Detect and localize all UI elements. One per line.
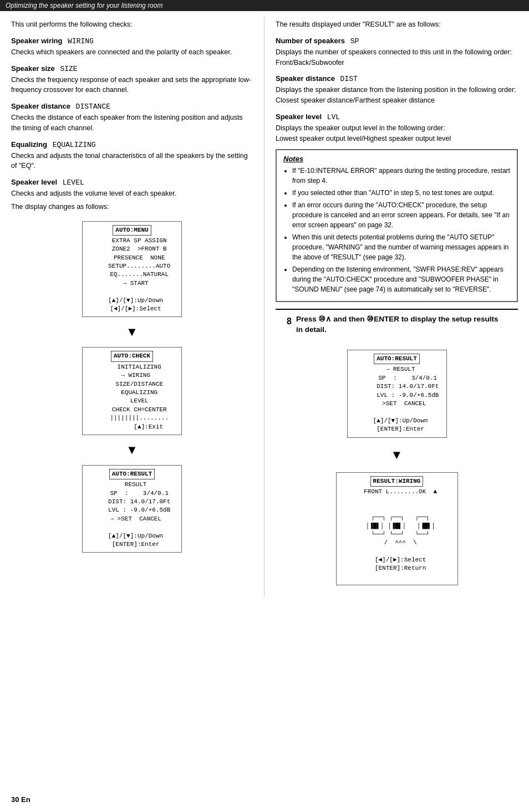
page-container: Optimizing the speaker setting for your … [0, 0, 529, 812]
step8-auto-result-lines: → RESULT SP : 3/4/0.1 DIST: 14.0/17.0Ft … [355, 366, 439, 432]
speaker-wiring-mono: WIRING [68, 37, 94, 45]
step-8-text: Press ⑩∧ and then ⑩ENTER to display the … [296, 315, 499, 334]
speaker-level-label: Speaker level [11, 178, 57, 186]
auto-menu-label: AUTO:MENU [113, 225, 151, 236]
step8-auto-result-wrapper: AUTO:RESULT → RESULT SP : 3/4/0.1 DIST: … [347, 345, 447, 442]
equalizing-mono: EQUALIZING [53, 141, 96, 149]
arrow-3: ▼ [391, 449, 403, 461]
speaker-size-label: Speaker size [11, 64, 55, 73]
note-item-4: When this unit detects potential problem… [292, 232, 510, 262]
note-item-1: If "E-10:INTERNAL ERROR" appears during … [292, 166, 510, 186]
step8-result-wiring-lines: FRONT L........OK ▲ ┌──┐ ┌──┐ ┌──┐ │▐█▌│… [357, 488, 437, 572]
content-area: This unit performs the following checks:… [0, 11, 529, 602]
step8-result-wiring-label: RESULT:WIRING [370, 476, 424, 487]
auto-result-label: AUTO:RESULT [109, 469, 155, 479]
auto-menu-lines: EXTRA SP ASSIGN ZONE2 >FRONT B PRESENCE … [94, 237, 171, 312]
right-column: The results displayed under "RESULT" are… [264, 17, 529, 597]
step8-auto-result-display: AUTO:RESULT → RESULT SP : 3/4/0.1 DIST: … [347, 350, 447, 438]
step-8-number: 8 [287, 315, 292, 328]
left-column: This unit performs the following checks:… [0, 17, 264, 597]
speaker-level-mono: LEVEL [63, 178, 84, 187]
header-text: Optimizing the speaker setting for your … [6, 2, 162, 9]
note-item-5: Depending on the listening environment, … [292, 264, 510, 294]
step8-result-wiring-display: RESULT:WIRING FRONT L........OK ▲ ┌──┐ ┌… [336, 472, 458, 586]
results-intro: The results displayed under "RESULT" are… [276, 19, 518, 30]
equalizing-body: Checks and adjusts the tonal characteris… [11, 151, 253, 172]
section-speaker-wiring: Speaker wiring WIRING [11, 37, 253, 45]
auto-menu-wrapper: AUTO:MENU EXTRA SP ASSIGN ZONE2 >FRONT B… [11, 217, 253, 322]
speaker-wiring-body: Checks which speakers are connected and … [11, 47, 253, 58]
notes-box: Notes If "E-10:INTERNAL ERROR" appears d… [276, 149, 518, 302]
section-speaker-size: Speaker size SIZE [11, 64, 253, 73]
section-num-speakers: Number of speakers SP [276, 37, 518, 45]
speaker-lvl-result-body: Displays the speaker output level in the… [276, 123, 518, 144]
step-8-area: 8 Press ⑩∧ and then ⑩ENTER to display th… [276, 309, 518, 594]
num-speakers-body: Displays the number of speakers connecte… [276, 47, 518, 68]
section-speaker-level: Speaker level LEVEL [11, 178, 253, 187]
intro-text: This unit performs the following checks: [11, 19, 253, 30]
speaker-lvl-result-mono: LVL [327, 113, 340, 121]
num-speakers-mono: SP [350, 37, 359, 45]
header-bar: Optimizing the speaker setting for your … [0, 0, 529, 11]
speaker-dist-result-body: Displays the speaker distance from the l… [276, 85, 518, 106]
section-equalizing: Equalizing EQUALIZING [11, 140, 253, 149]
auto-result-wrapper: AUTO:RESULT RESULT SP : 3/4/0.1 DIST: 14… [11, 461, 253, 558]
section-speaker-distance: Speaker distance DISTANCE [11, 102, 253, 111]
section-speaker-dist-result: Speaker distance DIST [276, 74, 518, 83]
notes-list: If "E-10:INTERNAL ERROR" appears during … [283, 166, 510, 294]
num-speakers-label: Number of speakers [276, 37, 345, 45]
page-number: 30 En [11, 795, 30, 804]
arrow-1: ▼ [11, 326, 253, 338]
speaker-size-mono: SIZE [60, 65, 77, 73]
equalizing-label: Equalizing [11, 140, 47, 149]
speaker-lvl-result-label: Speaker level [276, 113, 322, 121]
notes-title: Notes [283, 155, 510, 163]
speaker-distance-mono: DISTANCE [76, 103, 110, 111]
section-speaker-lvl-result: Speaker level LVL [276, 113, 518, 121]
auto-check-lines: INITIALIZING → WIRING SIZE/DISTANCE EQUA… [95, 364, 169, 430]
auto-check-label: AUTO:CHECK [111, 351, 153, 361]
speaker-distance-body: Checks the distance of each speaker from… [11, 113, 253, 134]
speaker-dist-result-mono: DIST [340, 75, 358, 83]
step8-auto-result-label: AUTO:RESULT [374, 354, 420, 364]
auto-check-wrapper: AUTO:CHECK INITIALIZING → WIRING SIZE/DI… [11, 343, 253, 440]
speaker-size-body: Checks the frequency response of each sp… [11, 75, 253, 96]
auto-menu-display: AUTO:MENU EXTRA SP ASSIGN ZONE2 >FRONT B… [82, 221, 182, 318]
auto-check-display: AUTO:CHECK INITIALIZING → WIRING SIZE/DI… [82, 347, 182, 435]
speaker-dist-result-label: Speaker distance [276, 74, 335, 83]
step-8-displays: AUTO:RESULT → RESULT SP : 3/4/0.1 DIST: … [287, 341, 507, 594]
step8-result-wiring-wrapper: RESULT:WIRING FRONT L........OK ▲ ┌──┐ ┌… [336, 468, 458, 590]
display-caption: The display changes as follows: [11, 202, 253, 212]
step-8-instruction: 8 Press ⑩∧ and then ⑩ENTER to display th… [287, 314, 507, 335]
arrow-2: ▼ [11, 444, 253, 456]
speaker-wiring-label: Speaker wiring [11, 37, 62, 45]
note-item-2: If you selected other than "AUTO" in ste… [292, 188, 510, 198]
speaker-level-body: Checks and adjusts the volume level of e… [11, 188, 253, 199]
note-item-3: If an error occurs during the "AUTO:CHEC… [292, 200, 510, 230]
auto-result-display: AUTO:RESULT RESULT SP : 3/4/0.1 DIST: 14… [82, 465, 182, 553]
auto-result-lines: RESULT SP : 3/4/0.1 DIST: 14.0/17.0Ft LV… [94, 481, 171, 548]
speaker-distance-label: Speaker distance [11, 102, 70, 110]
